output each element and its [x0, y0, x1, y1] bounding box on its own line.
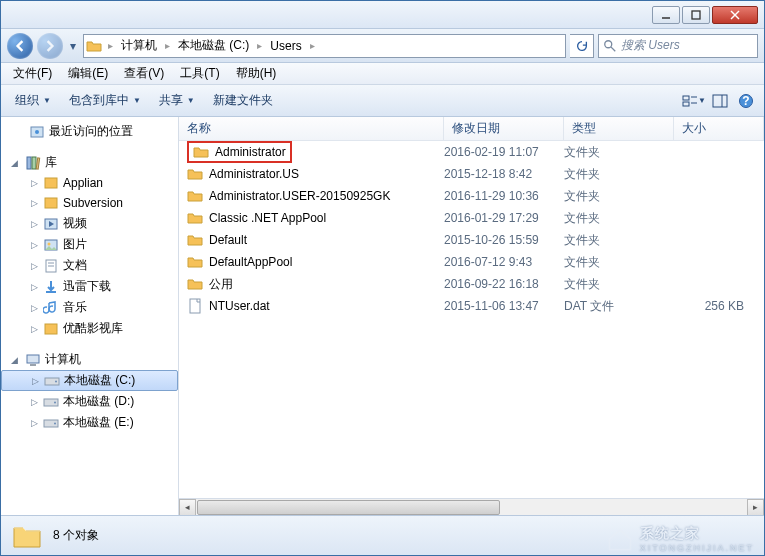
menu-view[interactable]: 查看(V): [116, 63, 172, 84]
expand-icon[interactable]: ▷: [29, 397, 39, 407]
file-date: 2015-11-06 13:47: [444, 299, 564, 313]
collapse-icon[interactable]: ◢: [11, 355, 21, 365]
expand-icon[interactable]: ▷: [29, 303, 39, 313]
svg-rect-10: [713, 95, 727, 107]
svg-point-15: [35, 130, 39, 134]
library-item-icon: [43, 216, 59, 232]
folder-icon: [187, 254, 203, 270]
column-size[interactable]: 大小: [674, 117, 764, 141]
tree-drive-item[interactable]: ▷本地磁盘 (C:): [1, 370, 178, 391]
navigation-tree[interactable]: 最近访问的位置 ◢ 库 ▷Applian▷Subversion▷视频▷图片▷文档…: [1, 117, 179, 515]
column-type[interactable]: 类型: [564, 117, 674, 141]
search-icon: [603, 39, 617, 53]
library-item-icon: [43, 195, 59, 211]
refresh-button[interactable]: [570, 34, 594, 58]
tree-library-item[interactable]: ▷迅雷下载: [1, 276, 178, 297]
file-row[interactable]: Administrator2016-02-19 11:07文件夹: [179, 141, 764, 163]
tree-drive-item[interactable]: ▷本地磁盘 (D:): [1, 391, 178, 412]
view-options-button[interactable]: ▼: [682, 89, 706, 113]
breadcrumb-users[interactable]: Users: [264, 35, 307, 57]
file-name: 公用: [209, 276, 233, 293]
organize-button[interactable]: 组织▼: [7, 88, 59, 113]
main-area: 最近访问的位置 ◢ 库 ▷Applian▷Subversion▷视频▷图片▷文档…: [1, 117, 764, 515]
nav-forward-button[interactable]: [37, 33, 63, 59]
file-row[interactable]: 公用2016-09-22 16:18文件夹: [179, 273, 764, 295]
menu-edit[interactable]: 编辑(E): [60, 63, 116, 84]
expand-icon[interactable]: ▷: [30, 376, 40, 386]
tree-label: 视频: [63, 215, 87, 232]
new-folder-button[interactable]: 新建文件夹: [205, 88, 281, 113]
tree-library-item[interactable]: ▷Subversion: [1, 193, 178, 213]
expand-icon[interactable]: ▷: [29, 261, 39, 271]
navigation-bar: ▾ ▸ 计算机▸ 本地磁盘 (C:)▸ Users▸ 搜索 Users: [1, 29, 764, 63]
scroll-right-button[interactable]: ▸: [747, 499, 764, 516]
svg-rect-16: [27, 157, 31, 169]
scroll-thumb[interactable]: [197, 500, 500, 515]
file-date: 2016-02-19 11:07: [444, 145, 564, 159]
svg-point-37: [54, 422, 56, 424]
preview-pane-button[interactable]: [708, 89, 732, 113]
expand-icon[interactable]: ▷: [29, 418, 39, 428]
tree-library-item[interactable]: ▷视频: [1, 213, 178, 234]
menu-file[interactable]: 文件(F): [5, 63, 60, 84]
folder-icon: [193, 144, 209, 160]
file-row[interactable]: Administrator.USER-20150925GK2016-11-29 …: [179, 185, 764, 207]
file-row[interactable]: Default2015-10-26 15:59文件夹: [179, 229, 764, 251]
include-in-library-button[interactable]: 包含到库中▼: [61, 88, 149, 113]
tree-label: 迅雷下载: [63, 278, 111, 295]
svg-rect-28: [46, 291, 56, 293]
menu-help[interactable]: 帮助(H): [228, 63, 285, 84]
expand-icon[interactable]: ▷: [29, 198, 39, 208]
tree-library-item[interactable]: ▷图片: [1, 234, 178, 255]
drive-icon: [44, 373, 60, 389]
minimize-button[interactable]: [652, 6, 680, 24]
libraries-icon: [25, 155, 41, 171]
tree-libraries[interactable]: ◢ 库: [1, 152, 178, 173]
address-bar[interactable]: ▸ 计算机▸ 本地磁盘 (C:)▸ Users▸: [83, 34, 566, 58]
svg-rect-38: [190, 299, 200, 313]
breadcrumb-computer[interactable]: 计算机: [115, 35, 163, 57]
menu-tools[interactable]: 工具(T): [172, 63, 227, 84]
scroll-track[interactable]: [196, 499, 747, 516]
tree-library-item[interactable]: ▷文档: [1, 255, 178, 276]
drive-icon: [43, 394, 59, 410]
search-placeholder: 搜索 Users: [621, 37, 680, 54]
collapse-icon[interactable]: ◢: [11, 158, 21, 168]
status-count: 8 个对象: [53, 527, 99, 544]
file-name: Default: [209, 233, 247, 247]
horizontal-scrollbar[interactable]: ◂ ▸: [179, 498, 764, 515]
nav-history-dropdown[interactable]: ▾: [67, 39, 79, 53]
file-row[interactable]: Administrator.US2015-12-18 8:42文件夹: [179, 163, 764, 185]
file-row[interactable]: NTUser.dat2015-11-06 13:47DAT 文件256 KB: [179, 295, 764, 317]
nav-back-button[interactable]: [7, 33, 33, 59]
expand-icon[interactable]: ▷: [29, 324, 39, 334]
expand-icon[interactable]: ▷: [29, 240, 39, 250]
tree-computer[interactable]: ◢ 计算机: [1, 349, 178, 370]
close-button[interactable]: [712, 6, 758, 24]
file-name: Classic .NET AppPool: [209, 211, 326, 225]
tree-label: 文档: [63, 257, 87, 274]
file-row[interactable]: Classic .NET AppPool2016-01-29 17:29文件夹: [179, 207, 764, 229]
column-date[interactable]: 修改日期: [444, 117, 564, 141]
tree-recent-places[interactable]: 最近访问的位置: [1, 121, 178, 142]
content-pane: 名称 修改日期 类型 大小 Administrator2016-02-19 11…: [179, 117, 764, 515]
column-name[interactable]: 名称: [179, 117, 444, 141]
tree-library-item[interactable]: ▷优酷影视库: [1, 318, 178, 339]
help-button[interactable]: ?: [734, 89, 758, 113]
maximize-button[interactable]: [682, 6, 710, 24]
expand-icon[interactable]: ▷: [29, 282, 39, 292]
expand-icon[interactable]: ▷: [29, 219, 39, 229]
file-date: 2015-12-18 8:42: [444, 167, 564, 181]
scroll-left-button[interactable]: ◂: [179, 499, 196, 516]
tree-label: 本地磁盘 (D:): [63, 393, 134, 410]
file-list[interactable]: Administrator2016-02-19 11:07文件夹Administ…: [179, 141, 764, 498]
tree-library-item[interactable]: ▷Applian: [1, 173, 178, 193]
breadcrumb-drive-c[interactable]: 本地磁盘 (C:): [172, 35, 255, 57]
search-box[interactable]: 搜索 Users: [598, 34, 758, 58]
tree-drive-item[interactable]: ▷本地磁盘 (E:): [1, 412, 178, 433]
share-button[interactable]: 共享▼: [151, 88, 203, 113]
tree-label: 本地磁盘 (C:): [64, 372, 135, 389]
tree-library-item[interactable]: ▷音乐: [1, 297, 178, 318]
file-row[interactable]: DefaultAppPool2016-07-12 9:43文件夹: [179, 251, 764, 273]
expand-icon[interactable]: ▷: [29, 178, 39, 188]
